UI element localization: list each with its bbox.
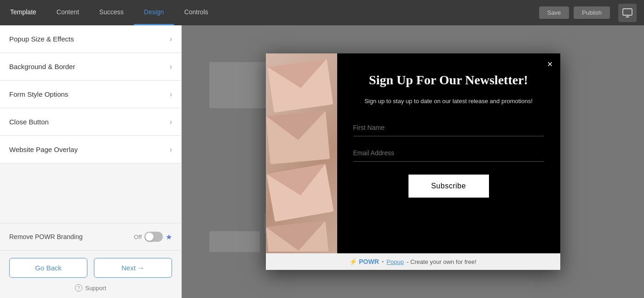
- popup-close-button[interactable]: ×: [547, 59, 553, 70]
- sidebar-items: Popup Size & Effects › Background & Bord…: [0, 25, 181, 223]
- first-name-field[interactable]: [353, 119, 544, 136]
- support-label: Support: [85, 285, 106, 292]
- powr-popup-link[interactable]: Popup: [386, 258, 404, 265]
- svg-rect-0: [623, 9, 632, 15]
- sidebar: Popup Size & Effects › Background & Bord…: [0, 25, 182, 298]
- powr-footer: ⚡ POWR • Popup - Create your own for fre…: [266, 253, 560, 270]
- save-button[interactable]: Save: [539, 6, 569, 19]
- question-icon: ?: [75, 284, 82, 292]
- chevron-icon: ›: [170, 118, 172, 126]
- branding-controls: Off ★: [134, 232, 172, 242]
- sidebar-item-label: Website Page Overlay: [9, 146, 78, 153]
- next-button[interactable]: Next →: [94, 258, 172, 278]
- preview-area: ×: [182, 25, 644, 298]
- tab-template[interactable]: Template: [0, 0, 46, 25]
- chevron-icon: ›: [170, 35, 172, 43]
- toggle-knob: [145, 233, 154, 241]
- popup-inner: Sign Up For Our Newsletter! Sign up to s…: [266, 53, 560, 253]
- sidebar-item-label: Popup Size & Effects: [9, 35, 74, 43]
- popup-title: Sign Up For Our Newsletter!: [369, 72, 528, 88]
- tab-success[interactable]: Success: [89, 0, 134, 25]
- top-nav: Template Content Success Design Controls…: [0, 0, 644, 25]
- off-label: Off: [134, 234, 142, 240]
- sidebar-item-close-button[interactable]: Close Button ›: [0, 108, 181, 136]
- sidebar-item-background-border[interactable]: Background & Border ›: [0, 53, 181, 81]
- tab-design[interactable]: Design: [134, 0, 174, 25]
- branding-toggle[interactable]: [144, 232, 163, 242]
- monitor-icon: [622, 7, 633, 18]
- preview-bg: ×: [182, 25, 644, 298]
- sidebar-item-label: Close Button: [9, 118, 49, 126]
- star-icon: ★: [166, 233, 172, 241]
- publish-button[interactable]: Publish: [574, 6, 610, 19]
- sidebar-item-website-overlay[interactable]: Website Page Overlay ›: [0, 136, 181, 164]
- powr-suffix: - Create your own for free!: [407, 258, 477, 265]
- sidebar-footer: Go Back Next →: [0, 250, 181, 284]
- chevron-icon: ›: [170, 90, 172, 99]
- envelope-illustration: [266, 53, 337, 251]
- popup-content: Sign Up For Our Newsletter! Sign up to s…: [337, 53, 560, 253]
- bg-decoration-2: [209, 231, 260, 252]
- email-field[interactable]: [353, 145, 544, 162]
- main-layout: Popup Size & Effects › Background & Bord…: [0, 25, 644, 298]
- tab-controls[interactable]: Controls: [174, 0, 218, 25]
- sidebar-item-label: Background & Border: [9, 63, 75, 70]
- support-row[interactable]: ? Support: [0, 284, 181, 298]
- go-back-button[interactable]: Go Back: [9, 258, 87, 278]
- powr-logo: ⚡ POWR: [349, 258, 379, 265]
- sidebar-item-form-style[interactable]: Form Style Options ›: [0, 81, 181, 108]
- monitor-icon-wrap[interactable]: [618, 4, 637, 22]
- sidebar-item-label: Form Style Options: [9, 90, 68, 98]
- popup-subtitle: Sign up to stay up to date on our latest…: [364, 97, 533, 106]
- subscribe-button[interactable]: Subscribe: [408, 175, 489, 198]
- branding-label: Remove POWR Branding: [9, 233, 134, 240]
- branding-row: Remove POWR Branding Off ★: [0, 223, 181, 250]
- powr-dot: •: [382, 258, 384, 265]
- sidebar-item-popup-size[interactable]: Popup Size & Effects ›: [0, 25, 181, 53]
- popup-modal: ×: [266, 53, 560, 270]
- tab-content[interactable]: Content: [46, 0, 89, 25]
- popup-image: [266, 53, 337, 253]
- chevron-icon: ›: [170, 63, 172, 71]
- chevron-icon: ›: [170, 146, 172, 154]
